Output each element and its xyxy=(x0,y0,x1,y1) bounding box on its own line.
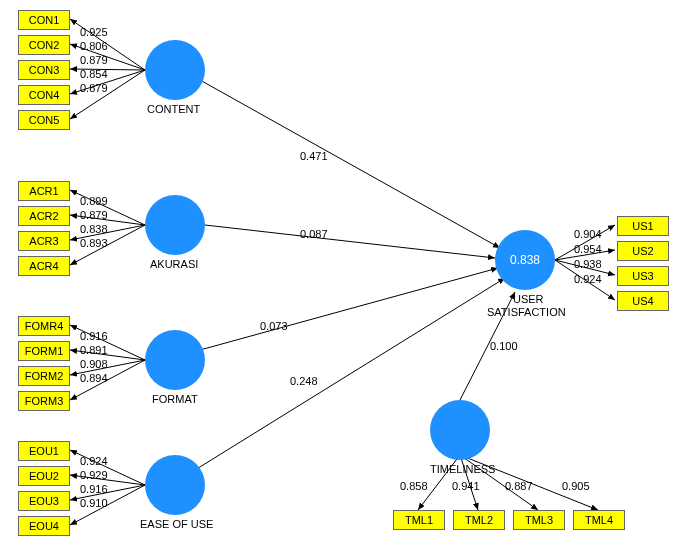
loading-us4: 0.924 xyxy=(574,273,602,285)
loading-form1: 0.891 xyxy=(80,344,108,356)
loading-eou4: 0.910 xyxy=(80,497,108,509)
svg-line-26 xyxy=(205,225,495,258)
indicator-eou1: EOU1 xyxy=(18,441,70,461)
loading-eou2: 0.929 xyxy=(80,469,108,481)
loading-acr3: 0.838 xyxy=(80,223,108,235)
loading-tml1: 0.858 xyxy=(400,480,428,492)
indicator-eou4: EOU4 xyxy=(18,516,70,536)
r2-value: 0.838 xyxy=(510,253,540,267)
loading-con1: 0.925 xyxy=(80,26,108,38)
indicator-form2: FORM2 xyxy=(18,366,70,386)
loading-con2: 0.806 xyxy=(80,40,108,52)
loading-form3: 0.894 xyxy=(80,372,108,384)
latent-format xyxy=(145,330,205,390)
indicator-tml1: TML1 xyxy=(393,510,445,530)
indicator-fomr4: FOMR4 xyxy=(18,316,70,336)
latent-content-label: CONTENT xyxy=(147,103,200,115)
path-akurasi: 0.087 xyxy=(300,228,328,240)
indicator-acr4: ACR4 xyxy=(18,256,70,276)
loading-us2: 0.954 xyxy=(574,243,602,255)
latent-usersat-label1: USER xyxy=(513,293,544,305)
loading-con5: 0.879 xyxy=(80,82,108,94)
path-format: 0.073 xyxy=(260,320,288,332)
indicator-us1: US1 xyxy=(617,216,669,236)
indicator-acr1: ACR1 xyxy=(18,181,70,201)
indicator-acr3: ACR3 xyxy=(18,231,70,251)
svg-line-25 xyxy=(200,80,500,248)
loading-acr2: 0.879 xyxy=(80,209,108,221)
loading-acr1: 0.899 xyxy=(80,195,108,207)
latent-timeliness xyxy=(430,400,490,460)
path-content: 0.471 xyxy=(300,150,328,162)
loading-fomr4: 0.916 xyxy=(80,330,108,342)
indicator-con1: CON1 xyxy=(18,10,70,30)
loading-tml2: 0.941 xyxy=(452,480,480,492)
loading-us3: 0.938 xyxy=(574,258,602,270)
latent-content xyxy=(145,40,205,100)
indicator-acr2: ACR2 xyxy=(18,206,70,226)
loading-acr4: 0.893 xyxy=(80,237,108,249)
latent-akurasi xyxy=(145,195,205,255)
loading-tml4: 0.905 xyxy=(562,480,590,492)
indicator-eou3: EOU3 xyxy=(18,491,70,511)
indicator-con4: CON4 xyxy=(18,85,70,105)
loading-con3: 0.879 xyxy=(80,54,108,66)
indicator-us3: US3 xyxy=(617,266,669,286)
loading-us1: 0.904 xyxy=(574,228,602,240)
latent-ease-label: EASE OF USE xyxy=(140,518,213,530)
loading-eou1: 0.924 xyxy=(80,455,108,467)
indicator-tml4: TML4 xyxy=(573,510,625,530)
path-time: 0.100 xyxy=(490,340,518,352)
indicator-form3: FORM3 xyxy=(18,391,70,411)
indicator-form1: FORM1 xyxy=(18,341,70,361)
indicator-con5: CON5 xyxy=(18,110,70,130)
indicator-us4: US4 xyxy=(617,291,669,311)
path-ease: 0.248 xyxy=(290,375,318,387)
latent-ease xyxy=(145,455,205,515)
latent-timeliness-label: TIMELINESS xyxy=(430,463,495,475)
loading-con4: 0.854 xyxy=(80,68,108,80)
indicator-con3: CON3 xyxy=(18,60,70,80)
loading-form2: 0.908 xyxy=(80,358,108,370)
svg-line-27 xyxy=(200,268,498,350)
indicator-us2: US2 xyxy=(617,241,669,261)
latent-format-label: FORMAT xyxy=(152,393,198,405)
loading-eou3: 0.916 xyxy=(80,483,108,495)
indicator-tml2: TML2 xyxy=(453,510,505,530)
loading-tml3: 0.887 xyxy=(505,480,533,492)
latent-usersat: 0.838 xyxy=(495,230,555,290)
latent-akurasi-label: AKURASI xyxy=(150,258,198,270)
indicator-eou2: EOU2 xyxy=(18,466,70,486)
latent-usersat-label2: SATISFACTION xyxy=(487,306,566,318)
indicator-con2: CON2 xyxy=(18,35,70,55)
indicator-tml3: TML3 xyxy=(513,510,565,530)
